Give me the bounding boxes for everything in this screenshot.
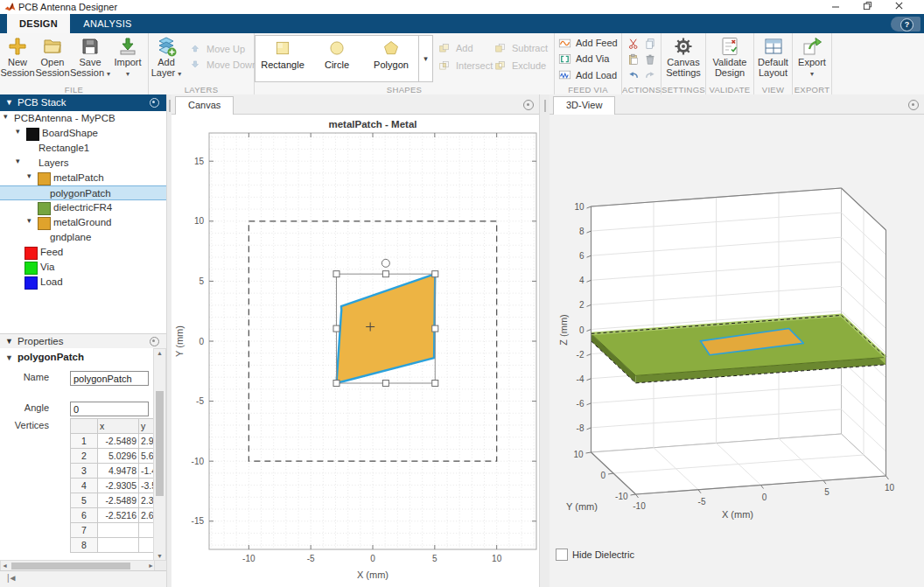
layer-color-swatch: [24, 247, 38, 260]
y-axis-label: Y (mm): [174, 325, 185, 357]
expander-icon[interactable]: ▾: [16, 157, 20, 165]
vertex-x-cell[interactable]: -2.5489: [98, 493, 139, 508]
cut-button[interactable]: [625, 36, 641, 52]
properties-vertical-scrollbar[interactable]: ▲ ▼: [153, 348, 166, 562]
add-layer-button[interactable]: AddLayer ▾: [149, 33, 184, 83]
tab-analysis[interactable]: ANALYSIS: [70, 14, 145, 33]
gallery-dropdown-icon[interactable]: ▾: [418, 36, 432, 81]
ribbon-section-view: DefaultLayoutVIEW: [754, 33, 793, 94]
vertex-x-cell[interactable]: -2.5216: [98, 508, 139, 523]
tree-item-gndplane[interactable]: gndplane: [0, 230, 166, 245]
scroll-up-icon[interactable]: ▲: [154, 349, 165, 358]
open-session-button[interactable]: OpenSession: [35, 33, 70, 83]
help-button[interactable]: ?: [891, 17, 920, 31]
tree-item-rectangle1[interactable]: Rectangle1: [0, 141, 166, 156]
svg-text:-15: -15: [192, 516, 205, 526]
rectangle-shape-icon: [274, 39, 291, 57]
minimize-button[interactable]: [831, 1, 858, 13]
collapse-pcb-stack-icon[interactable]: ▼: [5, 94, 13, 111]
vertex-x-cell[interactable]: [98, 523, 139, 538]
expander-icon[interactable]: ▾: [16, 127, 20, 136]
tree-item-metalpatch[interactable]: ▾metalPatch: [0, 171, 166, 185]
vertex-x-cell[interactable]: 5.0296: [98, 449, 139, 464]
angle-field[interactable]: [70, 402, 149, 416]
shape-circle-button[interactable]: Circle: [310, 36, 364, 81]
boolean-intersect-button[interactable]: Intersect: [438, 58, 494, 73]
expander-icon[interactable]: ▾: [27, 216, 32, 225]
default-layout-icon: [763, 36, 784, 57]
scrollbar-thumb[interactable]: [11, 563, 130, 570]
shape-polygon-button[interactable]: Polygon: [364, 36, 418, 81]
rotation-handle[interactable]: [382, 259, 389, 267]
close-button[interactable]: [894, 1, 920, 13]
validate-design-button[interactable]: ValidateDesign: [712, 33, 747, 83]
collapse-properties-icon[interactable]: ▼: [5, 334, 13, 348]
scroll-right-icon[interactable]: ►: [148, 562, 154, 570]
selection-handle[interactable]: [382, 271, 388, 277]
collapse-object-icon[interactable]: ▼: [5, 353, 13, 362]
vertex-x-cell[interactable]: 4.9478: [98, 464, 139, 479]
boolean-subtract-button[interactable]: Subtract: [494, 40, 550, 56]
scrollbar-thumb[interactable]: [156, 391, 164, 496]
tree-item-boardshape[interactable]: ▾BoardShape: [0, 126, 166, 141]
move-down-button[interactable]: Move Down: [189, 57, 257, 73]
selection-handle[interactable]: [382, 381, 388, 387]
tab-3d-view[interactable]: 3D-View: [553, 96, 615, 115]
field-label-name: Name: [0, 372, 49, 382]
default-layout-button[interactable]: DefaultLayout: [756, 33, 791, 83]
add-load-button[interactable]: Add Load: [558, 67, 618, 83]
tree-item-metalground[interactable]: ▾metalGround: [0, 215, 166, 230]
tree-item-layers[interactable]: ▾Layers: [0, 156, 166, 171]
tree-item-polygonpatch[interactable]: polygonPatch: [0, 185, 166, 200]
tab-canvas[interactable]: Canvas: [175, 96, 234, 115]
canvas-settings-button[interactable]: CanvasSettings: [666, 33, 701, 83]
name-field[interactable]: [70, 371, 149, 386]
collapse-panel-icon[interactable]: |◄: [7, 573, 17, 583]
selection-handle[interactable]: [432, 271, 438, 277]
save-session-button[interactable]: SaveSession ▾: [70, 33, 110, 83]
delete-button[interactable]: [641, 52, 658, 67]
add-feed-button[interactable]: Add Feed: [558, 35, 618, 51]
shape-rectangle-button[interactable]: Rectangle: [256, 36, 310, 81]
chevron-down-icon: ▾: [126, 70, 130, 78]
row-number: 1: [71, 434, 98, 449]
title-bar: PCB Antenna Designer: [0, 0, 924, 14]
cut-icon: [627, 38, 640, 50]
view3d-options-icon[interactable]: [908, 100, 919, 110]
tree-item-load[interactable]: Load: [0, 275, 166, 290]
layer-color-swatch: [24, 262, 38, 275]
hide-dielectric-checkbox[interactable]: Hide Dielectric: [556, 549, 634, 561]
boolean-add-button[interactable]: Add: [438, 40, 494, 56]
selection-handle[interactable]: [432, 381, 438, 387]
import-button[interactable]: Import▾: [110, 33, 145, 83]
move-up-button[interactable]: Move Up: [189, 41, 257, 57]
selection-handle[interactable]: [432, 325, 438, 332]
vertex-x-cell[interactable]: [98, 538, 139, 553]
column-header-row: [71, 419, 98, 434]
boolean-exclude-button[interactable]: Exclude: [494, 58, 550, 73]
copy-button[interactable]: [641, 36, 658, 52]
pcb-stack-options-icon[interactable]: [150, 98, 159, 108]
new-session-button[interactable]: NewSession: [0, 33, 35, 83]
properties-options-icon[interactable]: [150, 337, 159, 346]
undo-button[interactable]: [625, 67, 641, 83]
tree-item-feed[interactable]: Feed: [0, 245, 166, 260]
tree-item-pcbantenna-mypcb[interactable]: ▾PCBAntenna - MyPCB: [0, 111, 166, 126]
selection-handle[interactable]: [333, 381, 340, 387]
add-via-button[interactable]: Add Via: [558, 51, 618, 66]
restore-button[interactable]: [863, 1, 889, 13]
selection-handle[interactable]: [333, 325, 340, 332]
tree-item-via[interactable]: Via: [0, 260, 166, 275]
expander-icon[interactable]: ▾: [4, 112, 8, 121]
tab-design[interactable]: DESIGN: [7, 14, 70, 33]
scroll-left-icon[interactable]: ◄: [2, 562, 8, 570]
export-button[interactable]: Export▾: [794, 33, 830, 83]
vertex-x-cell[interactable]: -2.5489: [98, 434, 139, 449]
vertex-x-cell[interactable]: -2.9305: [98, 479, 139, 493]
paste-button[interactable]: [625, 52, 641, 67]
expander-icon[interactable]: ▾: [27, 171, 32, 180]
tree-item-dielectricfr4[interactable]: dielectricFR4: [0, 200, 166, 215]
canvas-options-icon[interactable]: [523, 100, 534, 110]
selection-handle[interactable]: [333, 271, 340, 277]
redo-button[interactable]: [641, 67, 658, 83]
